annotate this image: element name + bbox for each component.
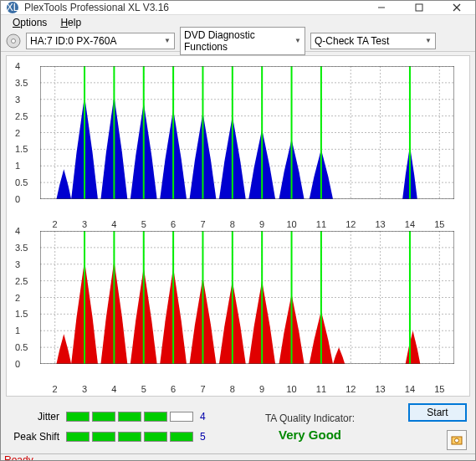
chart-panel: 00.511.522.533.5423456789101112131415 00… [6,55,470,397]
svg-rect-3 [416,4,422,11]
result-panel: Jitter 4 Peak Shift 5 TA Quality Indicat… [1,397,475,453]
toolbar: HA:7 ID:0 PX-760A▼ DVD Diagnostic Functi… [1,30,475,52]
svg-marker-76 [56,334,71,364]
svg-point-100 [455,438,459,443]
ta-indicator-label: TA Quality Indicator: [222,412,398,424]
function-dropdown[interactable]: DVD Diagnostic Functions▼ [180,27,305,55]
peakshift-value: 5 [200,431,212,443]
jitter-label: Jitter [9,411,59,423]
svg-marker-31 [56,169,71,199]
device-dropdown[interactable]: HA:7 ID:0 PX-760A▼ [26,33,175,49]
menu-help[interactable]: Help [54,15,88,30]
svg-marker-87 [406,330,421,364]
jitter-bars [66,412,193,422]
test-dropdown-value: Q-Check TA Test [315,35,389,47]
screenshot-button[interactable] [447,430,467,450]
start-button[interactable]: Start [408,403,467,422]
svg-marker-86 [333,347,345,364]
chevron-down-icon: ▼ [164,37,171,44]
device-dropdown-value: HA:7 ID:0 PX-760A [30,35,116,47]
svg-text:XL: XL [7,2,19,13]
jitter-row: Jitter 4 [9,411,212,423]
jitter-value: 4 [200,411,212,423]
ta-chart-bottom: 00.511.522.533.5423456789101112131415 [15,228,461,382]
statusbar: Ready [1,453,475,461]
svg-point-7 [12,38,16,43]
maximize-button[interactable] [400,1,438,14]
test-dropdown[interactable]: Q-Check TA Test▼ [310,33,436,49]
ta-indicator-value: Very Good [222,428,398,442]
menu-options[interactable]: Options [6,15,54,30]
ta-chart-top: 00.511.522.533.5423456789101112131415 [15,63,461,218]
window-title: PlexTools Professional XL V3.16 [24,2,362,13]
function-dropdown-value: DVD Diagnostic Functions [184,29,291,53]
app-icon: XL [6,1,19,14]
chevron-down-icon: ▼ [294,37,301,44]
status-text: Ready [4,454,33,461]
close-button[interactable] [438,1,475,14]
peakshift-label: Peak Shift [9,431,59,443]
peakshift-bars [66,432,193,442]
peakshift-row: Peak Shift 5 [9,431,212,443]
titlebar: XL PlexTools Professional XL V3.16 [1,1,475,15]
disc-icon [6,33,21,49]
chevron-down-icon: ▼ [425,37,432,44]
minimize-button[interactable] [362,1,400,14]
